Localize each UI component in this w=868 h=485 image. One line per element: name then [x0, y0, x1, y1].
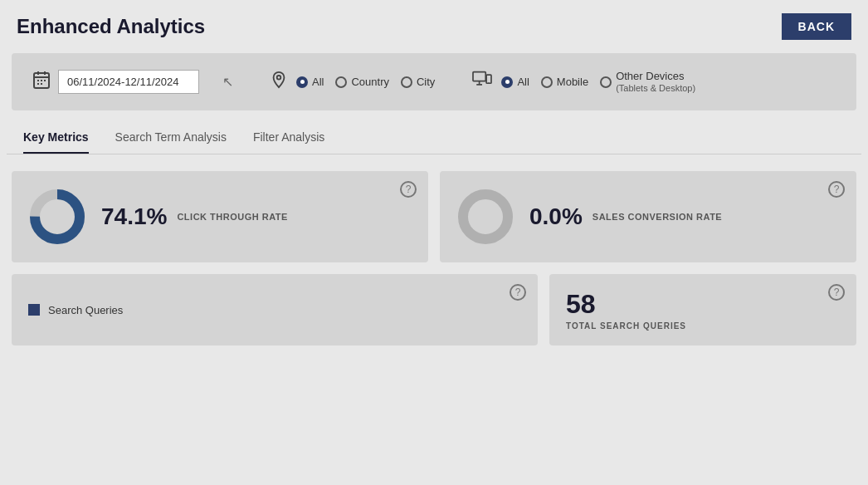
date-range-input[interactable]: [58, 70, 199, 94]
click-through-rate-value: 74.1%: [101, 203, 167, 230]
sales-conversion-rate-chart: [456, 188, 514, 246]
location-pin-icon: [270, 71, 288, 93]
search-queries-card: ? Search Queries: [12, 274, 538, 345]
total-queries-help-icon[interactable]: ?: [828, 284, 845, 301]
click-through-rate-label: CLICK THROUGH RATE: [177, 212, 287, 222]
device-all-dot: [501, 76, 513, 88]
page-header: Enhanced Analytics BACK: [0, 0, 868, 53]
back-button[interactable]: BACK: [782, 13, 851, 40]
svg-point-17: [463, 194, 508, 239]
location-country-dot: [335, 76, 347, 88]
location-all-label: All: [312, 76, 324, 88]
device-other-dot: [600, 76, 612, 88]
search-queries-legend: [28, 304, 40, 316]
device-mobile-dot: [541, 76, 553, 88]
location-all-dot: [296, 76, 308, 88]
tab-key-metrics[interactable]: Key Metrics: [23, 130, 89, 154]
cursor-indicator: ↖: [222, 74, 233, 90]
svg-point-9: [277, 76, 281, 80]
click-through-rate-card: ? 74.1% CLICK THROUGH RATE: [12, 171, 428, 262]
sales-conversion-rate-card: ? 0.0% SALES CONVERSION RATE: [440, 171, 856, 262]
sales-conversion-rate-label: SALES CONVERSION RATE: [592, 212, 722, 222]
tab-filter-analysis[interactable]: Filter Analysis: [253, 130, 324, 154]
device-all-label: All: [517, 76, 529, 88]
device-monitor-icon: [471, 71, 493, 93]
device-other-label: Other Devices (Tablets & Desktop): [616, 70, 695, 94]
svg-rect-13: [486, 75, 491, 83]
device-other-option[interactable]: Other Devices (Tablets & Desktop): [600, 70, 695, 94]
total-queries-count: 58: [566, 289, 840, 320]
click-through-rate-help-icon[interactable]: ?: [400, 181, 417, 198]
page-title: Enhanced Analytics: [17, 15, 205, 38]
sales-conversion-rate-help-icon[interactable]: ?: [828, 181, 845, 198]
location-all-option[interactable]: All: [296, 76, 324, 88]
location-city-label: City: [417, 76, 435, 88]
device-mobile-label: Mobile: [557, 76, 588, 88]
location-city-dot: [401, 76, 412, 88]
tab-search-term-analysis[interactable]: Search Term Analysis: [115, 130, 227, 154]
sales-conversion-rate-value: 0.0%: [529, 203, 583, 230]
metric-cards-row: ? 74.1% CLICK THROUGH RATE ? 0.0% SALES …: [12, 171, 856, 262]
calendar-icon: [32, 70, 51, 94]
click-through-rate-value-block: 74.1% CLICK THROUGH RATE: [101, 203, 288, 230]
device-mobile-option[interactable]: Mobile: [541, 76, 588, 88]
bottom-cards-row: ? Search Queries ? 58 TOTAL SEARCH QUERI…: [12, 274, 856, 345]
location-city-option[interactable]: City: [401, 76, 435, 88]
click-through-rate-chart: [28, 188, 86, 246]
device-filter: All Mobile Other Devices (Tablets & Desk…: [471, 70, 695, 94]
location-country-option[interactable]: Country: [335, 76, 389, 88]
location-radio-group: All Country City: [296, 76, 435, 88]
total-queries-label: TOTAL SEARCH QUERIES: [566, 321, 840, 331]
filter-section: ↖ All Country City: [12, 53, 856, 110]
device-all-option[interactable]: All: [501, 76, 529, 88]
total-queries-card: ? 58 TOTAL SEARCH QUERIES: [549, 274, 856, 345]
device-radio-group: All Mobile Other Devices (Tablets & Desk…: [501, 70, 695, 94]
date-range-wrapper: [32, 70, 199, 94]
search-queries-help-icon[interactable]: ?: [510, 284, 526, 301]
search-queries-label: Search Queries: [48, 304, 123, 316]
tab-bar: Key Metrics Search Term Analysis Filter …: [7, 122, 861, 154]
location-country-label: Country: [351, 76, 389, 88]
sales-conversion-rate-value-block: 0.0% SALES CONVERSION RATE: [529, 203, 722, 230]
location-filter: All Country City: [270, 71, 435, 93]
svg-rect-10: [473, 72, 485, 81]
